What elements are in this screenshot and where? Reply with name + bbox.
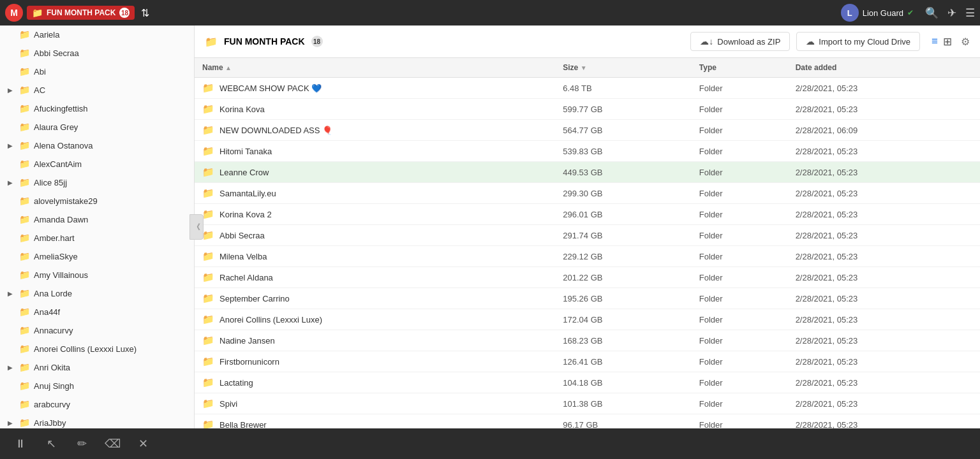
table-row[interactable]: 📁 Lactating 104.18 GB Folder 2/28/2021, … [195,372,980,393]
sidebar-item[interactable]: 📁 alovelymistake29 [0,192,194,210]
collapse-sidebar-button[interactable]: 《 [189,214,204,240]
row-folder-icon: 📁 [202,82,214,94]
cell-name: 📁 September Carrino [195,288,555,309]
cell-type: Folder [692,162,788,183]
sidebar-item[interactable]: ▶ 📁 AriaJbby [0,414,194,428]
row-name-label: SamantaLily.eu [219,189,276,198]
table-row[interactable]: 📁 Korina Kova 2 296.01 GB Folder 2/28/20… [195,204,980,225]
content-folder-name: FUN MONTH PACK [224,36,305,47]
sidebar-item-label: arabcurvy [34,398,70,411]
sort-icon[interactable]: ⇅ [141,7,149,19]
sidebar-item[interactable]: 📁 Annacurvy [0,321,194,340]
pause-button[interactable]: ⏸ [10,433,31,454]
table-row[interactable]: 📁 Leanne Crow 449.53 GB Folder 2/28/2021… [195,162,980,183]
close-button[interactable]: ✕ [133,433,153,454]
sidebar-item-label: AlexCantAim [34,158,82,171]
table-row[interactable]: 📁 Firstbornunicorn 126.41 GB Folder 2/28… [195,351,980,372]
row-folder-icon: 📁 [202,377,214,388]
cell-size: 229.12 GB [555,246,692,267]
row-folder-icon: 📁 [202,251,214,262]
send-icon[interactable]: ✈ [947,6,956,20]
sidebar-folder-icon: 📁 [19,342,30,356]
sidebar-item[interactable]: 📁 Anuj Singh [0,377,194,395]
cell-size: 539.83 GB [555,141,692,162]
table-row[interactable]: 📁 Anorei Collins (Lexxxi Luxe) 172.04 GB… [195,309,980,330]
sidebar-item[interactable]: 📁 AmeliaSkye [0,247,194,266]
import-cloud-button[interactable]: ☁ Import to my Cloud Drive [796,32,920,51]
col-date-header[interactable]: Date added [788,58,980,78]
table-row[interactable]: 📁 Hitomi Tanaka 539.83 GB Folder 2/28/20… [195,141,980,162]
cell-type: Folder [692,204,788,225]
sidebar-item[interactable]: 📁 Anorei Collins (Lexxxi Luxe) [0,340,194,358]
sidebar-item-label: Ana Lorde [34,288,72,300]
sidebar-item[interactable]: ▶ 📁 Alena Ostanova [0,136,194,155]
table-row[interactable]: 📁 Milena Velba 229.12 GB Folder 2/28/202… [195,246,980,267]
row-name-label: September Carrino [219,294,290,303]
grid-view-icon[interactable]: ⊞ [943,35,952,48]
col-size-header[interactable]: Size ▼ [555,58,692,78]
cell-name: 📁 Milena Velba [195,246,555,267]
cursor-button[interactable]: ↖ [41,433,61,454]
table-row[interactable]: 📁 Spivi 101.38 GB Folder 2/28/2021, 05:2… [195,393,980,414]
sidebar-item-label: Alice 85jj [34,177,67,189]
cell-size: 296.01 GB [555,204,692,225]
table-row[interactable]: 📁 Rachel Aldana 201.22 GB Folder 2/28/20… [195,267,980,288]
sidebar-item[interactable]: 📁 arabcurvy [0,395,194,414]
list-view-icon[interactable]: ≡ [932,35,938,48]
table-row[interactable]: 📁 WEBCAM SHOW PACK 💙 6.48 TB Folder 2/28… [195,78,980,99]
sidebar-item-label: AC [34,84,45,97]
sidebar-item[interactable]: 📁 Afuckingfettish [0,99,194,118]
table-row[interactable]: 📁 September Carrino 195.26 GB Folder 2/2… [195,288,980,309]
table-row[interactable]: 📁 Abbi Secraa 291.74 GB Folder 2/28/2021… [195,225,980,246]
row-folder-icon: 📁 [202,124,214,136]
table-row[interactable]: 📁 Nadine Jansen 168.23 GB Folder 2/28/20… [195,330,980,351]
table-row[interactable]: 📁 Bella Brewer 96.17 GB Folder 2/28/2021… [195,414,980,429]
pencil-button[interactable]: ✏ [71,433,92,454]
cell-date: 2/28/2021, 05:23 [788,99,980,120]
settings-icon[interactable]: ⚙ [961,36,970,48]
table-row[interactable]: 📁 NEW DOWNLOADED ASS 🎈 564.77 GB Folder … [195,120,980,141]
sidebar-folder-icon: 📁 [19,416,30,428]
cell-size: 101.38 GB [555,393,692,414]
cell-date: 2/28/2021, 05:23 [788,372,980,393]
sidebar-item[interactable]: ▶ 📁 AC [0,81,194,99]
cell-type: Folder [692,267,788,288]
download-zip-button[interactable]: ☁↓ Download as ZIP [690,32,790,51]
active-folder-pill[interactable]: 📁 FUN MONTH PACK 18 [27,6,135,20]
row-folder-icon: 📁 [202,314,214,325]
sidebar-item[interactable]: 📁 Amber.hart [0,229,194,247]
sidebar-item[interactable]: ▶ 📁 Ana Lorde [0,284,194,303]
cell-date: 2/28/2021, 05:23 [788,330,980,351]
sidebar-item[interactable]: 📁 Ana44f [0,303,194,321]
main-layout: 📁 Aariela 📁 Abbi Secraa 📁 Abi ▶ 📁 AC 📁 A… [0,26,980,428]
bottom-toolbar: ⏸ ↖ ✏ ⌫ ✕ [0,428,980,459]
cell-name: 📁 NEW DOWNLOADED ASS 🎈 [195,120,555,141]
menu-icon[interactable]: ☰ [965,6,975,20]
sidebar-item[interactable]: 📁 Abi [0,62,194,81]
sidebar-item[interactable]: ▶ 📁 Alice 85jj [0,173,194,192]
sidebar-item[interactable]: 📁 Alaura Grey [0,118,194,136]
sidebar-item[interactable]: 📁 AlexCantAim [0,155,194,173]
sidebar-item[interactable]: 📁 Amy Villainous [0,266,194,284]
col-type-header[interactable]: Type [692,58,788,78]
table-header-row: Name ▲ Size ▼ Type Date added [195,58,980,78]
sidebar-folder-icon: 📁 [19,139,30,152]
col-name-header[interactable]: Name ▲ [195,58,555,78]
sidebar-item-label: Amber.hart [34,232,75,245]
row-name-label: Bella Brewer [219,420,267,429]
sidebar-item[interactable]: 📁 Amanda Dawn [0,210,194,229]
sidebar-item[interactable]: 📁 Aariela [0,26,194,44]
sidebar-folder-icon: 📁 [19,65,30,78]
sidebar-item[interactable]: ▶ 📁 Anri Okita [0,358,194,377]
table-row[interactable]: 📁 SamantaLily.eu 299.30 GB Folder 2/28/2… [195,183,980,204]
sidebar-item-label: Amy Villainous [34,269,88,282]
cell-size: 168.23 GB [555,330,692,351]
sidebar-item[interactable]: 📁 Abbi Secraa [0,44,194,62]
search-icon[interactable]: 🔍 [925,6,939,20]
avatar: L [841,4,859,22]
eraser-button[interactable]: ⌫ [102,433,122,454]
chevron-icon: ▶ [8,141,15,150]
row-name-label: NEW DOWNLOADED ASS 🎈 [219,126,332,135]
table-row[interactable]: 📁 Korina Kova 599.77 GB Folder 2/28/2021… [195,99,980,120]
cell-type: Folder [692,141,788,162]
